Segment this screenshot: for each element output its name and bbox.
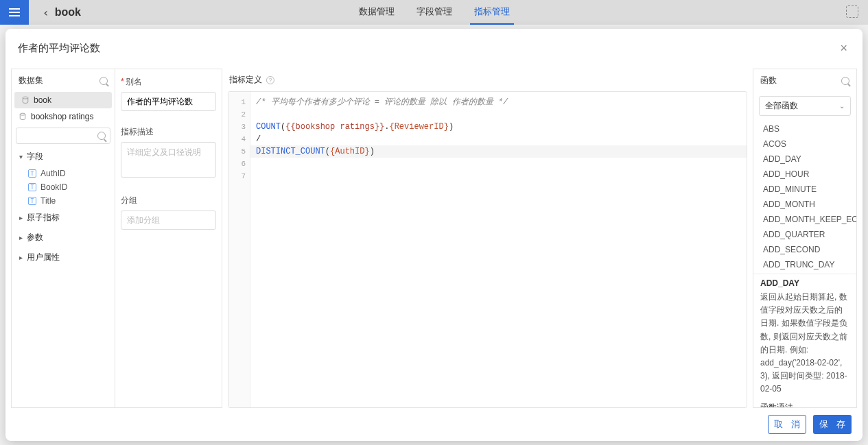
settings-icon[interactable]: [846, 5, 858, 18]
hamburger-menu-icon[interactable]: [0, 0, 29, 25]
chevron-left-icon: ‹: [43, 6, 49, 19]
top-tabs: 数据管理字段管理指标管理: [355, 0, 514, 25]
top-tab[interactable]: 字段管理: [412, 0, 456, 25]
page-title: book: [55, 6, 81, 19]
top-tab[interactable]: 数据管理: [355, 0, 399, 25]
app-topbar: ‹ book 数据管理字段管理指标管理: [0, 0, 868, 25]
back-button[interactable]: ‹ book: [43, 6, 81, 19]
top-tab[interactable]: 指标管理: [470, 0, 514, 25]
